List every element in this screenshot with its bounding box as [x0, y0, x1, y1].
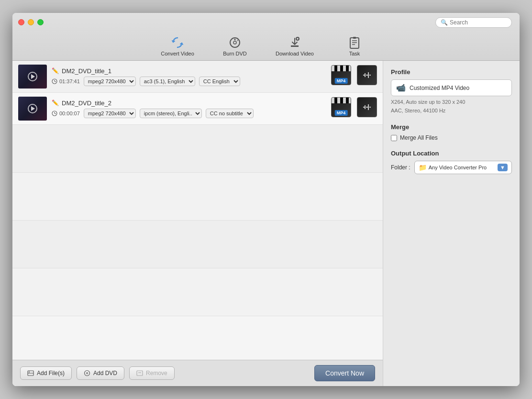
- maximize-button[interactable]: [37, 19, 44, 25]
- toolbar-item-download-video[interactable]: Download Video: [276, 36, 314, 56]
- file-icons-1: MP4: [331, 65, 377, 88]
- traffic-lights: [18, 19, 44, 25]
- profile-detail-line2: AAC, Stereo, 44100 Hz: [391, 107, 512, 115]
- minimize-button[interactable]: [28, 19, 34, 25]
- file-list: ✏️ DM2_DVD_title_1 01:37:41 mpeg2 720x48…: [12, 61, 383, 360]
- folder-name: Any Video Converter Pro: [429, 165, 496, 170]
- toolbar-download-video-label: Download Video: [276, 51, 314, 56]
- svg-rect-3: [350, 38, 359, 48]
- profile-details: X264, Auto size up to 320 x 240 AAC, Ste…: [391, 98, 512, 115]
- merge-all-files-checkbox[interactable]: [391, 135, 397, 141]
- add-files-icon: [27, 370, 34, 377]
- file-name-1: DM2_DVD_title_1: [62, 67, 111, 75]
- toolbar-item-task[interactable]: Task: [338, 36, 371, 56]
- add-files-button[interactable]: Add File(s): [20, 366, 72, 380]
- merge-section: Merge Merge All Files: [391, 123, 512, 141]
- burn-dvd-icon: [228, 36, 242, 49]
- toolbar-burn-dvd-label: Burn DVD: [223, 51, 247, 56]
- file-item-2: ✏️ DM2_DVD_title_2 00:00:07 mpeg2 720x48…: [12, 93, 383, 125]
- edit-icon-2[interactable]: ✏️: [52, 100, 59, 106]
- add-dvd-label: Add DVD: [93, 370, 117, 377]
- search-box[interactable]: 🔍: [435, 17, 512, 28]
- mp4-output-icon-1[interactable]: MP4: [331, 65, 354, 88]
- folder-select-box[interactable]: 📁 Any Video Converter Pro ▼: [414, 161, 512, 174]
- empty-section-1: [12, 125, 383, 173]
- close-button[interactable]: [18, 19, 24, 25]
- merge-checkbox-row: Merge All Files: [391, 134, 512, 141]
- thumbnail-2[interactable]: [18, 97, 47, 121]
- toolbar-task-label: Task: [349, 51, 360, 56]
- file-name-2: DM2_DVD_title_2: [62, 100, 111, 107]
- mp4-output-icon-2[interactable]: MP4: [331, 97, 354, 120]
- empty-section-4: [12, 268, 383, 316]
- download-video-icon: [288, 36, 301, 49]
- add-dvd-icon: [84, 370, 90, 377]
- folder-label: Folder :: [391, 164, 410, 171]
- audio-codec-select-2[interactable]: ipcm (stereo), Engli...: [140, 109, 202, 118]
- convert-now-label: Convert Now: [325, 369, 364, 377]
- app-window: 🔍 Convert Video: [12, 13, 520, 386]
- thumbnail-1[interactable]: [18, 65, 47, 89]
- convert-video-icon: [171, 36, 184, 49]
- empty-section-2: [12, 173, 383, 221]
- duration-2: 00:00:07: [52, 111, 80, 116]
- folder-row: Folder : 📁 Any Video Converter Pro ▼: [391, 161, 512, 174]
- svg-rect-7: [353, 37, 356, 39]
- svg-line-18: [55, 113, 56, 114]
- merge-all-files-label: Merge All Files: [400, 134, 438, 141]
- remove-label: Remove: [146, 370, 167, 377]
- remove-button[interactable]: Remove: [129, 366, 175, 380]
- svg-point-27: [85, 371, 90, 376]
- remove-icon: [136, 370, 143, 377]
- empty-section-3: [12, 221, 383, 268]
- left-panel: ✏️ DM2_DVD_title_1 01:37:41 mpeg2 720x48…: [12, 61, 383, 386]
- toolbar-item-convert-video[interactable]: Convert Video: [161, 36, 194, 56]
- duration-value-2: 00:00:07: [59, 111, 80, 116]
- output-section-title: Output Location: [391, 150, 512, 157]
- add-files-label: Add File(s): [37, 370, 65, 377]
- file-info-2: ✏️ DM2_DVD_title_2 00:00:07 mpeg2 720x48…: [52, 100, 326, 118]
- subtitle-select-2[interactable]: CC no subtitle: [206, 109, 254, 118]
- play-button-1[interactable]: [28, 72, 37, 81]
- audio-codec-select-1[interactable]: ac3 (5.1), English: [140, 77, 195, 86]
- video-codec-select-2[interactable]: mpeg2 720x480: [84, 109, 136, 118]
- profile-detail-line1: X264, Auto size up to 320 x 240: [391, 98, 512, 107]
- file-title-row-1: ✏️ DM2_DVD_title_1: [52, 67, 326, 75]
- toolbar-item-burn-dvd[interactable]: Burn DVD: [218, 36, 252, 56]
- file-meta-1: 01:37:41 mpeg2 720x480 ac3 (5.1), Englis…: [52, 77, 326, 86]
- profile-name: Customized MP4 Video: [410, 85, 469, 91]
- folder-icon: 📁: [419, 164, 427, 171]
- merge-section-title: Merge: [391, 123, 512, 131]
- search-icon: 🔍: [441, 19, 448, 26]
- folder-dropdown-arrow[interactable]: ▼: [498, 164, 508, 171]
- search-input[interactable]: [450, 19, 512, 26]
- svg-rect-29: [137, 371, 143, 376]
- bottom-bar: Add File(s) Add DVD Remove: [12, 360, 383, 386]
- main-content: ✏️ DM2_DVD_title_1 01:37:41 mpeg2 720x48…: [12, 61, 520, 386]
- right-panel: Profile 📹 Customized MP4 Video X264, Aut…: [383, 61, 520, 386]
- subtitle-select-1[interactable]: CC English: [199, 77, 240, 86]
- convert-now-button[interactable]: Convert Now: [314, 365, 375, 381]
- file-meta-2: 00:00:07 mpeg2 720x480 ipcm (stereo), En…: [52, 109, 326, 118]
- play-button-2[interactable]: [28, 104, 37, 113]
- edit-effect-icon-1[interactable]: [357, 65, 377, 85]
- file-item-1: ✏️ DM2_DVD_title_1 01:37:41 mpeg2 720x48…: [12, 61, 383, 93]
- svg-point-28: [87, 373, 88, 374]
- toolbar-convert-video-label: Convert Video: [161, 51, 194, 56]
- file-info-1: ✏️ DM2_DVD_title_1 01:37:41 mpeg2 720x48…: [52, 67, 326, 86]
- video-codec-select-1[interactable]: mpeg2 720x480: [84, 77, 136, 86]
- duration-1: 01:37:41: [52, 78, 80, 84]
- edit-icon-1[interactable]: ✏️: [52, 67, 59, 74]
- edit-effect-icon-2[interactable]: [357, 97, 377, 117]
- titlebar: 🔍 Convert Video: [12, 13, 520, 61]
- duration-value-1: 01:37:41: [59, 78, 80, 84]
- file-icons-2: MP4: [331, 97, 377, 120]
- profile-box[interactable]: 📹 Customized MP4 Video: [391, 79, 512, 96]
- profile-section: Profile 📹 Customized MP4 Video X264, Aut…: [391, 68, 512, 115]
- svg-point-1: [233, 41, 236, 44]
- task-icon: [348, 36, 361, 49]
- profile-section-title: Profile: [391, 68, 512, 76]
- profile-icon: 📹: [396, 83, 406, 92]
- svg-line-10: [55, 81, 56, 82]
- add-dvd-button[interactable]: Add DVD: [77, 366, 124, 380]
